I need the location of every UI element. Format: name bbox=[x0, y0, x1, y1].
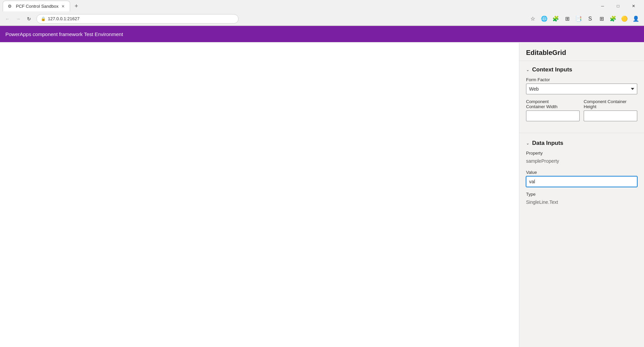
value-label: Value bbox=[526, 170, 637, 175]
profile-icon[interactable]: S bbox=[585, 13, 595, 24]
form-factor-label: Form Factor bbox=[526, 77, 637, 82]
puzzle-icon[interactable]: 🧩 bbox=[608, 13, 618, 24]
address-bar-row: ← → ↻ 🔒 127.0.0.1:21627 ☆ 🌐 🧩 ⊞ 📑 S ⊞ 🧩 … bbox=[0, 12, 644, 26]
container-height-label: Component Container Height bbox=[584, 99, 637, 109]
toolbar-icons: ☆ 🌐 🧩 ⊞ 📑 S ⊞ 🧩 🟡 👤 bbox=[527, 13, 641, 24]
collections-icon[interactable]: 📑 bbox=[573, 13, 584, 24]
avatar-icon[interactable]: 👤 bbox=[631, 13, 641, 24]
context-inputs-content: Form Factor Web Phone Tablet ComponentCo… bbox=[519, 77, 644, 131]
edge-icon[interactable]: 🌐 bbox=[539, 13, 550, 24]
type-value: SingleLine.Text bbox=[526, 198, 637, 206]
refresh-button[interactable]: ↻ bbox=[24, 14, 34, 24]
type-label: Type bbox=[526, 192, 637, 197]
tab-title: PCF Control Sandbox bbox=[16, 4, 58, 9]
context-inputs-chevron-icon: ⌄ bbox=[526, 67, 529, 72]
form-factor-select[interactable]: Web Phone Tablet bbox=[526, 84, 637, 94]
container-dimensions-row: ComponentContainer Width Component Conta… bbox=[526, 99, 637, 126]
canvas-top-border bbox=[0, 42, 519, 42]
property-label: Property bbox=[526, 151, 637, 156]
context-inputs-title: Context Inputs bbox=[532, 66, 572, 73]
grid-icon[interactable]: ⊞ bbox=[562, 13, 573, 24]
close-button[interactable]: ✕ bbox=[626, 0, 641, 12]
minimize-button[interactable]: ─ bbox=[595, 0, 610, 12]
window-controls: ─ □ ✕ bbox=[595, 0, 641, 12]
context-inputs-section: ⌄ Context Inputs Form Factor Web Phone T… bbox=[519, 61, 644, 131]
right-panel: EditableGrid ⌄ Context Inputs Form Facto… bbox=[519, 42, 644, 347]
canvas-area bbox=[0, 42, 519, 347]
property-value: sampleProperty bbox=[526, 157, 637, 165]
container-width-input[interactable] bbox=[526, 111, 580, 121]
data-inputs-chevron-icon: ⌄ bbox=[526, 141, 529, 146]
active-tab[interactable]: ⚙ PCF Control Sandbox ✕ bbox=[3, 1, 70, 11]
data-inputs-content: Property sampleProperty Value Type Singl… bbox=[519, 151, 644, 216]
favicon-icon: ⚙ bbox=[7, 4, 12, 9]
forward-button[interactable]: → bbox=[13, 14, 23, 24]
lock-icon: 🔒 bbox=[41, 17, 46, 21]
value-group: Value bbox=[526, 170, 637, 187]
browser-chrome: ⚙ PCF Control Sandbox ✕ + ─ □ ✕ ← → ↻ 🔒 … bbox=[0, 0, 644, 26]
back-button[interactable]: ← bbox=[3, 14, 12, 24]
address-text: 127.0.0.1:21627 bbox=[48, 16, 80, 21]
section-divider bbox=[519, 133, 644, 133]
panel-title: EditableGrid bbox=[519, 42, 644, 61]
form-factor-group: Form Factor Web Phone Tablet bbox=[526, 77, 637, 94]
apps-icon[interactable]: ⊞ bbox=[596, 13, 607, 24]
bookmark-icon[interactable]: ☆ bbox=[527, 13, 538, 24]
main-layout: EditableGrid ⌄ Context Inputs Form Facto… bbox=[0, 42, 644, 347]
data-inputs-header[interactable]: ⌄ Data Inputs bbox=[519, 134, 644, 151]
context-inputs-header[interactable]: ⌄ Context Inputs bbox=[519, 61, 644, 77]
data-inputs-section: ⌄ Data Inputs Property sampleProperty Va… bbox=[519, 134, 644, 216]
tab-close-button[interactable]: ✕ bbox=[60, 4, 66, 9]
circle-icon[interactable]: 🟡 bbox=[619, 13, 630, 24]
extensions-icon[interactable]: 🧩 bbox=[550, 13, 561, 24]
type-group: Type SingleLine.Text bbox=[526, 192, 637, 206]
container-height-group: Component Container Height bbox=[584, 99, 637, 121]
new-tab-button[interactable]: + bbox=[71, 1, 81, 11]
app-container: PowerApps component framework Test Envir… bbox=[0, 26, 644, 347]
app-header-title: PowerApps component framework Test Envir… bbox=[5, 31, 123, 37]
tab-bar: ⚙ PCF Control Sandbox ✕ + ─ □ ✕ bbox=[0, 0, 644, 12]
data-inputs-title: Data Inputs bbox=[532, 140, 563, 147]
maximize-button[interactable]: □ bbox=[610, 0, 626, 12]
container-width-label: ComponentContainer Width bbox=[526, 99, 580, 109]
app-header: PowerApps component framework Test Envir… bbox=[0, 26, 644, 42]
container-height-input[interactable] bbox=[584, 111, 637, 121]
address-bar[interactable]: 🔒 127.0.0.1:21627 bbox=[36, 14, 239, 24]
property-group: Property sampleProperty bbox=[526, 151, 637, 165]
container-width-group: ComponentContainer Width bbox=[526, 99, 580, 121]
value-input[interactable] bbox=[526, 176, 637, 187]
